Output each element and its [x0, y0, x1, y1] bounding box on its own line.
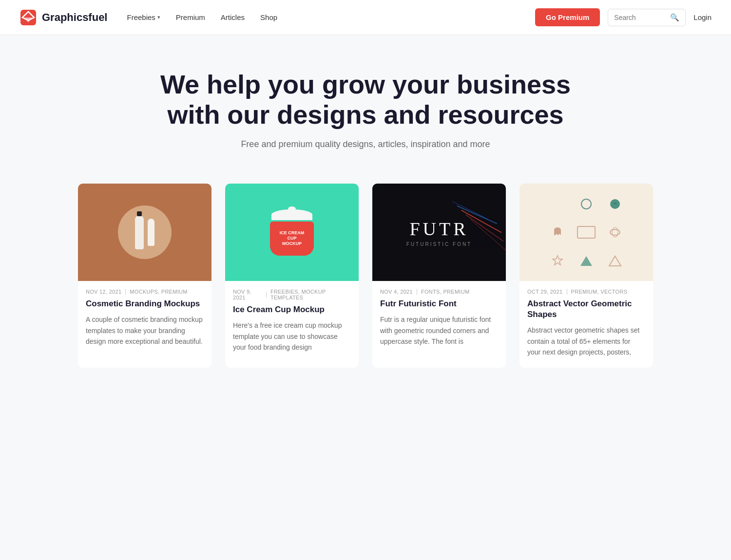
card-image-geometric	[519, 184, 653, 281]
card-body-icecream: NOV 9, 2021 FREEBIES, MOCKUP TEMPLATES I…	[225, 281, 359, 362]
teal-circle-icon	[608, 197, 622, 211]
card-date: NOV 12, 2021	[86, 289, 121, 295]
card-title-futr[interactable]: Futr Futuristic Font	[380, 299, 498, 309]
logo-icon	[19, 9, 37, 26]
futr-subtitle-text: FUTURISTIC FONT	[406, 242, 472, 247]
nav-item-freebies[interactable]: Freebies ▾	[127, 13, 160, 21]
star-icon	[551, 254, 564, 268]
nav-item-shop[interactable]: Shop	[260, 13, 277, 21]
cosmetic-tube-2	[148, 219, 154, 246]
login-button[interactable]: Login	[693, 13, 712, 21]
geo-cell	[574, 248, 599, 274]
card-title-geometric[interactable]: Abstract Vector Geometric Shapes	[527, 299, 645, 320]
cosmetic-tube-1	[135, 215, 144, 249]
svg-marker-13	[553, 256, 562, 265]
logo-text: Graphicsfuel	[42, 11, 107, 24]
cup-text: ICE CREAMCUPMOCKUP	[280, 230, 305, 246]
cup-lid	[271, 209, 312, 220]
card-desc-futr: Futr is a regular unique futuristic font…	[380, 314, 498, 347]
svg-rect-10	[577, 226, 595, 238]
svg-line-5	[470, 219, 506, 250]
logo-link[interactable]: Graphicsfuel	[19, 9, 107, 26]
triangle-teal-icon	[579, 254, 593, 268]
nav-item-premium[interactable]: Premium	[176, 13, 205, 21]
go-premium-button[interactable]: Go Premium	[535, 8, 600, 26]
card-title-icecream[interactable]: Ice Cream Cup Mockup	[233, 304, 351, 315]
oval-lines-icon	[608, 225, 622, 239]
ice-cream-cup: ICE CREAMCUPMOCKUP	[270, 209, 314, 256]
card-meta-icecream: NOV 9, 2021 FREEBIES, MOCKUP TEMPLATES	[233, 289, 351, 300]
search-input[interactable]	[614, 14, 666, 21]
chevron-down-icon: ▾	[157, 14, 160, 20]
card-image-futr: FUTR FUTURISTIC FONT	[372, 184, 506, 281]
card-date: NOV 4, 2021	[380, 289, 413, 295]
card-body-futr: NOV 4, 2021 FONTS, PREMIUM Futr Futurist…	[372, 281, 506, 356]
meta-divider	[266, 292, 267, 298]
hero-subtitle: Free and premium quality designs, articl…	[19, 139, 712, 149]
geo-cell	[545, 191, 571, 217]
svg-point-8	[581, 199, 591, 209]
card-title-cosmetic[interactable]: Cosmetic Branding Mockups	[86, 299, 204, 309]
geo-cell	[602, 248, 628, 274]
card-date: NOV 9, 2021	[233, 289, 262, 300]
search-icon: 🔍	[670, 13, 679, 22]
circle-outline-icon	[579, 197, 593, 211]
site-header: Graphicsfuel Freebies ▾ Premium Articles…	[0, 0, 731, 35]
card-tags: PREMIUM, VECTORS	[571, 289, 628, 295]
geo-cell	[545, 220, 571, 245]
geo-cell	[574, 191, 599, 217]
card-meta-cosmetic: NOV 12, 2021 MOCKUPS, PREMIUM	[86, 289, 204, 295]
card-geometric[interactable]: OCT 29, 2021 PREMIUM, VECTORS Abstract V…	[519, 184, 653, 367]
card-image-icecream: ICE CREAMCUPMOCKUP	[225, 184, 359, 281]
svg-line-7	[452, 202, 488, 220]
card-image-cosmetic	[78, 184, 212, 281]
hero-section: We help you grow your business with our …	[0, 35, 731, 174]
header-right: Go Premium 🔍 Login	[535, 8, 712, 26]
cards-section: NOV 12, 2021 MOCKUPS, PREMIUM Cosmetic B…	[58, 174, 673, 396]
futr-title-text: FUTR	[409, 218, 468, 240]
geo-cell	[602, 191, 628, 217]
card-icecream[interactable]: ICE CREAMCUPMOCKUP NOV 9, 2021 FREEBIES,…	[225, 184, 359, 367]
ghost-icon	[551, 225, 564, 239]
geo-cell	[574, 220, 599, 245]
card-date: OCT 29, 2021	[527, 289, 563, 295]
crescent-icon	[551, 197, 564, 211]
card-futr[interactable]: FUTR FUTURISTIC FONT NOV 4, 2021 FONTS, …	[372, 184, 506, 367]
nav-item-articles[interactable]: Articles	[221, 13, 245, 21]
card-meta-futr: NOV 4, 2021 FONTS, PREMIUM	[380, 289, 498, 295]
card-meta-geometric: OCT 29, 2021 PREMIUM, VECTORS	[527, 289, 645, 295]
main-nav: Freebies ▾ Premium Articles Shop	[127, 13, 535, 21]
card-cosmetic[interactable]: NOV 12, 2021 MOCKUPS, PREMIUM Cosmetic B…	[78, 184, 212, 367]
card-tags: FONTS, PREMIUM	[421, 289, 470, 295]
geo-cell	[602, 220, 628, 245]
svg-marker-15	[609, 256, 621, 266]
rectangle-frame-icon	[577, 224, 596, 240]
card-tags: MOCKUPS, PREMIUM	[130, 289, 187, 295]
meta-divider	[125, 289, 126, 295]
geo-cell	[545, 248, 571, 274]
meta-divider	[567, 289, 567, 295]
cards-grid: NOV 12, 2021 MOCKUPS, PREMIUM Cosmetic B…	[78, 184, 653, 367]
card-tags: FREEBIES, MOCKUP TEMPLATES	[270, 289, 351, 300]
card-body-cosmetic: NOV 12, 2021 MOCKUPS, PREMIUM Cosmetic B…	[78, 281, 212, 356]
card-desc-geometric: Abstract vector geometric shapes set con…	[527, 325, 645, 357]
card-body-geometric: OCT 29, 2021 PREMIUM, VECTORS Abstract V…	[519, 281, 653, 367]
card-desc-icecream: Here's a free ice cream cup mockup templ…	[233, 320, 351, 353]
triangle-outline-icon	[608, 254, 622, 268]
meta-divider	[417, 289, 417, 295]
svg-line-4	[466, 215, 504, 242]
hero-title: We help you grow your business with our …	[156, 69, 575, 130]
cosmetic-plate	[118, 205, 172, 259]
svg-marker-14	[580, 256, 592, 266]
geo-grid	[545, 191, 628, 274]
card-desc-cosmetic: A couple of cosmetic branding mockup tem…	[86, 314, 204, 347]
search-box[interactable]: 🔍	[608, 9, 686, 26]
cup-body: ICE CREAMCUPMOCKUP	[270, 222, 314, 256]
